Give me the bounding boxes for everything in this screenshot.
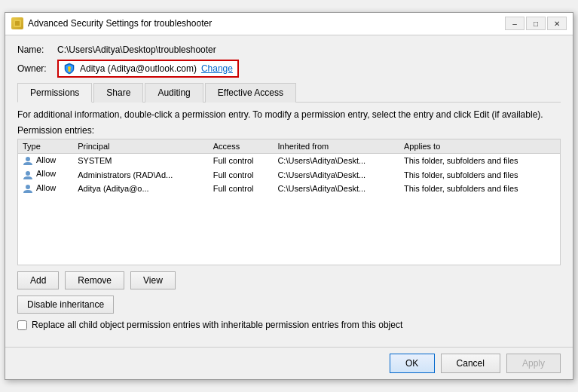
cell-principal: SYSTEM [73,154,209,168]
minimize-button[interactable]: – [505,17,524,30]
window-title: Advanced Security Settings for troublesh… [28,18,212,29]
user-icon [23,170,33,180]
user-icon [23,183,33,194]
svg-rect-1 [15,21,20,26]
inherit-checkbox[interactable] [17,320,27,330]
window-icon [11,17,23,29]
cell-principal: Aditya (Aditya@o... [73,182,209,195]
shield-icon [63,63,75,75]
cell-applies: This folder, subfolders and files [399,182,560,195]
disable-inheritance-row: Disable inheritance [17,296,561,314]
action-buttons-row: Add Remove View [17,271,561,289]
ok-button[interactable]: OK [390,354,435,373]
table-row[interactable]: Allow Aditya (Aditya@o... Full control C… [18,182,560,195]
tabs-bar: Permissions Share Auditing Effective Acc… [17,82,561,103]
title-controls: – □ ✕ [505,17,567,30]
owner-label: Owner: [17,63,51,74]
col-applies: Applies to [399,139,560,154]
title-bar: Advanced Security Settings for troublesh… [5,13,573,35]
owner-box: Aditya (Aditya@outlook.com) Change [57,60,239,78]
maximize-button[interactable]: □ [526,17,546,30]
apply-button[interactable]: Apply [506,354,561,373]
cell-inherited: C:\Users\Aditya\Deskt... [273,167,399,181]
col-principal: Principal [73,139,209,154]
name-label: Name: [17,44,51,55]
owner-row: Owner: Aditya (Aditya@outlook.com) Chang… [17,60,561,78]
col-access: Access [209,139,274,154]
cancel-button[interactable]: Cancel [441,354,500,373]
svg-point-4 [26,157,30,161]
checkbox-label: Replace all child object permission entr… [32,320,402,330]
view-button[interactable]: View [130,271,176,289]
tab-effective-access[interactable]: Effective Access [205,83,296,103]
main-window: Advanced Security Settings for troublesh… [5,12,573,381]
table-row[interactable]: Allow SYSTEM Full control C:\Users\Adity… [18,154,560,168]
remove-button[interactable]: Remove [65,271,124,289]
svg-rect-3 [69,69,71,72]
cell-type: Allow [18,167,73,181]
tab-auditing[interactable]: Auditing [145,83,203,103]
cell-applies: This folder, subfolders and files [399,154,560,168]
footer-buttons: OK Cancel Apply [5,347,573,379]
checkbox-row: Replace all child object permission entr… [17,320,561,330]
cell-type: Allow [18,182,73,195]
disable-inheritance-button[interactable]: Disable inheritance [17,296,114,314]
cell-applies: This folder, subfolders and files [399,167,560,181]
cell-type: Allow [18,154,73,168]
name-value: C:\Users\Aditya\Desktop\troubleshooter [57,44,216,55]
add-button[interactable]: Add [17,271,59,289]
cell-inherited: C:\Users\Aditya\Deskt... [273,182,399,195]
tab-share[interactable]: Share [93,83,143,103]
name-row: Name: C:\Users\Aditya\Desktop\troublesho… [17,44,561,55]
tab-permissions[interactable]: Permissions [17,83,92,103]
svg-point-2 [68,66,71,69]
title-bar-left: Advanced Security Settings for troublesh… [11,17,212,29]
cell-access: Full control [209,167,274,181]
permission-table: Type Principal Access Inherited from App… [18,139,560,194]
user-icon [23,155,33,166]
permission-entries-label: Permission entries: [17,125,561,136]
cell-access: Full control [209,154,274,168]
col-inherited: Inherited from [273,139,399,154]
table-row[interactable]: Allow Administrators (RAD\Ad... Full con… [18,167,560,181]
permission-table-wrapper: Type Principal Access Inherited from App… [17,139,561,265]
col-type: Type [18,139,73,154]
cell-principal: Administrators (RAD\Ad... [73,167,209,181]
cell-inherited: C:\Users\Aditya\Deskt... [273,154,399,168]
svg-point-5 [26,171,30,176]
svg-point-6 [26,185,30,189]
owner-value: Aditya (Aditya@outlook.com) [80,63,197,74]
cell-access: Full control [209,182,274,195]
info-text: For additional information, double-click… [17,109,561,121]
change-link[interactable]: Change [201,63,233,74]
content-area: Name: C:\Users\Aditya\Desktop\troublesho… [5,35,573,348]
close-button[interactable]: ✕ [547,17,567,30]
